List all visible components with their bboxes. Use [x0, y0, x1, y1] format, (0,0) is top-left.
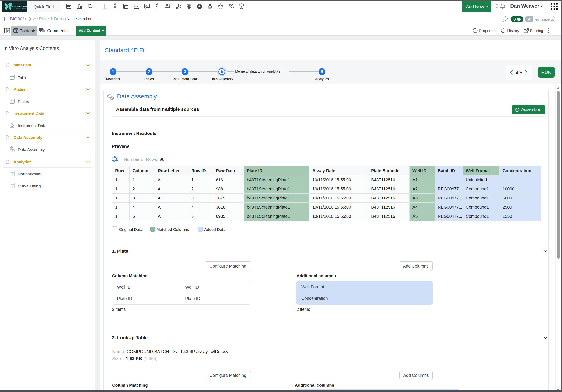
- svg-text:i: i: [475, 29, 476, 33]
- svg-text:CD: CD: [188, 6, 190, 8]
